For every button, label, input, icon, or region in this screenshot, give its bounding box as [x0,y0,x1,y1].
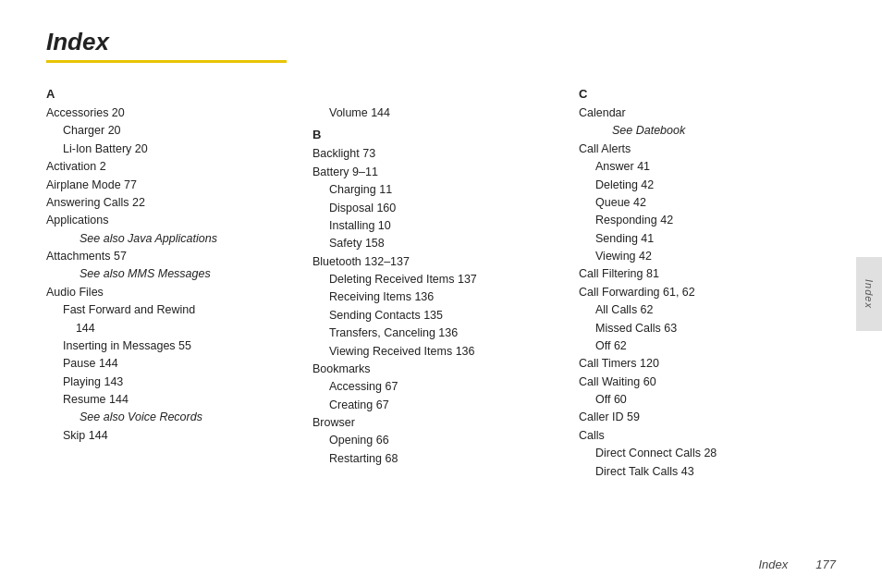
footer-label: Index [758,557,788,571]
section-letter-spacer [312,87,570,101]
footer-page: 177 [815,557,836,571]
list-item: Direct Connect Calls 28 [579,445,836,462]
section-letter-b: B [312,128,570,141]
list-item: Call Timers 120 [579,355,836,373]
list-item: Backlight 73 [312,145,570,163]
list-item: Charger 20 [46,122,303,140]
list-item: Receiving Items 136 [312,288,570,306]
list-item: Creating 67 [312,397,570,414]
list-item: See also MMS Messages [46,265,303,283]
list-item: Off 62 [579,337,836,355]
list-item: Direct Talk Calls 43 [579,463,836,481]
index-columns: A Accessories 20 Charger 20 Li-Ion Batte… [46,80,845,481]
list-item: Calendar [579,104,836,122]
list-item: Fast Forward and Rewind 144 [46,301,303,337]
list-item: Responding 42 [579,212,836,229]
list-item: Volume 144 [312,104,570,122]
list-item: Call Waiting 60 [579,374,836,391]
list-item: Opening 66 [312,432,570,449]
list-item: Bluetooth 132–137 [312,253,570,271]
list-item: Applications [46,212,303,229]
list-item: Disposal 160 [312,200,570,217]
list-item: Browser [312,414,570,432]
list-item: Call Filtering 81 [579,265,836,283]
list-item: Accessing 67 [312,378,570,396]
list-item: Li-Ion Battery 20 [46,141,303,158]
title-underline [46,60,287,63]
list-item: See Datebook [579,122,836,140]
list-item: Playing 143 [46,374,303,391]
list-item: Answer 41 [579,158,836,176]
list-item: Deleting Received Items 137 [312,271,570,288]
page: Index A Accessories 20 Charger 20 Li-Ion… [0,0,882,588]
list-item: All Calls 62 [579,301,836,319]
list-item: Battery 9–11 [312,164,570,181]
list-item: Missed Calls 63 [579,320,836,337]
list-item: Bookmarks [312,361,570,378]
list-item: Off 60 [579,391,836,409]
list-item: Deleting 42 [579,177,836,194]
list-item: Call Forwarding 61, 62 [579,284,836,301]
list-item: Queue 42 [579,194,836,212]
list-item: Sending Contacts 135 [312,307,570,325]
list-item: Activation 2 [46,158,303,176]
list-item: Transfers, Canceling 136 [312,325,570,342]
list-item: Skip 144 [46,427,303,445]
list-item: Safety 158 [312,235,570,252]
column-a: A Accessories 20 Charger 20 Li-Ion Batte… [46,80,312,481]
list-item: Accessories 20 [46,104,303,122]
list-item: Viewing 42 [579,248,836,265]
list-item: Attachments 57 [46,248,303,265]
page-title: Index [46,28,845,56]
list-item: Pause 144 [46,355,303,373]
sidebar-tab: Index [856,257,882,331]
list-item: Charging 11 [312,181,570,199]
list-item: Answering Calls 22 [46,194,303,212]
list-item: Inserting in Messages 55 [46,337,303,355]
list-item: Viewing Received Items 136 [312,343,570,361]
list-item: Caller ID 59 [579,409,836,426]
sidebar-label: Index [864,279,875,309]
list-item: Sending 41 [579,230,836,248]
list-item: See also Voice Records [46,409,303,426]
list-item: Calls [579,427,836,445]
list-item: Audio Files [46,284,303,301]
section-letter-a: A [46,87,303,101]
list-item: Resume 144 [46,391,303,409]
list-item: See also Java Applications [46,230,303,248]
list-item: Airplane Mode 77 [46,177,303,194]
page-footer: Index 177 [758,557,836,571]
list-item: Call Alerts [579,141,836,158]
list-item: Restarting 68 [312,450,570,468]
list-item: Installing 10 [312,217,570,235]
column-c: C Calendar See Datebook Call Alerts Answ… [579,80,845,481]
section-letter-c: C [579,87,836,101]
column-b: Volume 144 B Backlight 73 Battery 9–11 C… [312,80,579,481]
